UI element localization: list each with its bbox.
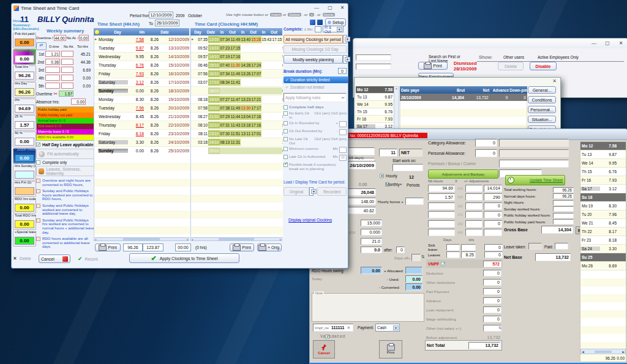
leaves-sickness-button[interactable]: Leaves, Sickness, Maternity bbox=[36, 166, 94, 176]
transfer-icon[interactable]: ⇄ bbox=[36, 42, 47, 50]
rule-value-box[interactable] bbox=[339, 121, 347, 127]
conversion-option[interactable]: Overtime and night hours are converted t… bbox=[36, 179, 94, 187]
card-row[interactable]: + 07:35 12/10 07:3411:4913:4015:2815:431… bbox=[191, 35, 283, 44]
hours-field[interactable]: 94.69 bbox=[428, 185, 455, 192]
apply-rules-field[interactable]: Apply following rules ✂ bbox=[283, 93, 347, 102]
sheet-row[interactable]: + Monday 7.58 8.26 12/10/2009 bbox=[94, 35, 190, 44]
clocking-cell[interactable]: 13:04 bbox=[241, 113, 251, 120]
card-row[interactable]: 03:18 24/10 08:1311:31 3.30 bbox=[191, 138, 283, 147]
clocking-cell[interactable]: 11:41 bbox=[230, 79, 241, 86]
deduction-row[interactable]: Wage withholding 0 bbox=[426, 314, 501, 324]
noatt-field[interactable] bbox=[61, 59, 73, 65]
clocking-cell[interactable]: 13:18 bbox=[241, 122, 251, 128]
clocking-cell[interactable] bbox=[272, 87, 282, 94]
clocking-cell[interactable]: 17:21 bbox=[251, 96, 261, 103]
clocking-cell[interactable]: 13:30 bbox=[241, 105, 251, 111]
modify-dropdown-arrow[interactable] bbox=[343, 55, 347, 64]
option-checkbox[interactable] bbox=[36, 189, 40, 193]
clocking-cell[interactable] bbox=[241, 139, 251, 146]
start-work-field[interactable] bbox=[392, 164, 423, 171]
clocking-cell[interactable] bbox=[261, 45, 272, 51]
clocking-cell[interactable] bbox=[220, 147, 230, 154]
clocking-cell[interactable] bbox=[272, 53, 282, 60]
day-row[interactable]: Mo 26 6.69 bbox=[580, 262, 626, 270]
sheet-row[interactable]: Wednesday 8.45 8.26 21/10/2009 bbox=[94, 113, 190, 121]
day-row[interactable]: Tu 13 9.87 bbox=[356, 94, 394, 101]
day-hours[interactable]: 0.00 bbox=[128, 149, 144, 153]
col-net[interactable]: Net bbox=[465, 88, 489, 92]
col-down-pm[interactable]: Down-pm bbox=[509, 88, 527, 92]
sheet-row[interactable]: Tuesday 7.96 8.26 20/10/2009 bbox=[94, 104, 190, 113]
category-allowance-desc[interactable] bbox=[499, 139, 569, 147]
deduction-row[interactable]: Advance 0 bbox=[426, 296, 501, 305]
card-row[interactable]: 06:46 15/10 07:4011:3014:2817:24 6.76 bbox=[191, 61, 283, 70]
close-icon[interactable]: ✕ bbox=[338, 5, 347, 10]
scrollbar[interactable]: ▲ bbox=[394, 86, 399, 135]
maximize-icon[interactable]: ▢ bbox=[603, 40, 612, 46]
nb-hours-row[interactable]: 400 bbox=[428, 229, 503, 237]
clocking-cell[interactable] bbox=[251, 147, 261, 154]
day-row[interactable]: Th 22 8.17 bbox=[580, 228, 626, 236]
clocking-cell[interactable] bbox=[261, 113, 272, 120]
orig-button[interactable]: + Orig. bbox=[257, 243, 282, 251]
clocking-cell[interactable] bbox=[261, 96, 272, 103]
clocking-cell[interactable]: 17:16 bbox=[230, 53, 241, 60]
clocking-cell[interactable] bbox=[241, 147, 251, 154]
deduction-row[interactable]: Other deductions 0 bbox=[426, 278, 501, 287]
adjust-input[interactable] bbox=[465, 185, 482, 192]
employee-field-2[interactable] bbox=[356, 64, 391, 70]
card-row[interactable]: 25/10 0.00 bbox=[191, 147, 283, 155]
clocking-cell[interactable]: 17:24 bbox=[251, 62, 261, 69]
clocking-cell[interactable]: 11:47 bbox=[230, 96, 241, 103]
rule-checkbox[interactable] bbox=[283, 121, 288, 125]
clocking-cell[interactable] bbox=[261, 122, 272, 128]
noatt-field[interactable] bbox=[61, 67, 73, 73]
timesheet-titlebar[interactable]: Time Sheet and Time Card bbox=[12, 4, 348, 13]
deduction-row[interactable]: Part Payment 0 bbox=[426, 287, 501, 296]
clocking-cell[interactable] bbox=[230, 87, 241, 94]
original-button[interactable]: Original bbox=[283, 187, 309, 196]
card-row[interactable]: 08:27 21/10 07:2911:4413:0417:16 8.45 bbox=[191, 113, 283, 121]
clocking-cell[interactable] bbox=[251, 53, 261, 60]
day-hours[interactable]: 8.30 bbox=[128, 97, 144, 102]
otime-field[interactable]: 0.36 bbox=[45, 59, 60, 65]
clocking-cell[interactable] bbox=[230, 147, 241, 154]
rule-row[interactable]: Late Ck In Authorized Mn 00 bbox=[283, 155, 347, 161]
clocking-cell[interactable] bbox=[272, 96, 282, 103]
otime-field[interactable] bbox=[45, 83, 60, 89]
clocking-cell[interactable] bbox=[272, 139, 282, 146]
delete-row[interactable]: ✕Delete bbox=[13, 256, 31, 261]
clocking-cell[interactable]: 11:43 bbox=[230, 122, 241, 128]
field-0000[interactable]: 0.000 bbox=[361, 229, 382, 236]
clocking-cell[interactable]: 11:30 bbox=[230, 62, 241, 69]
card-row[interactable]: 07:58 20/10 07:3811:4913:3017:17 7.96 bbox=[191, 104, 283, 113]
rule-row[interactable]: Minimum overrun Mn bbox=[283, 147, 347, 153]
rule-checkbox[interactable] bbox=[283, 155, 288, 159]
day-hours[interactable]: 6.76 bbox=[128, 63, 144, 67]
pay-grid-header[interactable]: Date paye Brut Net Advance Down-pm bbox=[400, 86, 527, 94]
clocking-cell[interactable]: 11:31 bbox=[230, 139, 241, 146]
field-15000[interactable]: 15.000 bbox=[361, 220, 382, 226]
sheet-row[interactable]: Monday 8.30 8.26 19/10/2009 bbox=[94, 95, 190, 104]
day-row[interactable]: Fr 16 7.93 bbox=[356, 116, 394, 123]
day-row[interactable]: Sa 17 3.12 bbox=[580, 185, 626, 193]
day-hours[interactable]: 7.93 bbox=[128, 72, 144, 76]
clocking-cell[interactable] bbox=[272, 147, 282, 154]
deduction-row[interactable]: Other (not salary +/-) bbox=[426, 324, 501, 333]
clocking-cell[interactable] bbox=[272, 122, 282, 128]
period-to-field[interactable]: 26/10/2009 bbox=[155, 20, 179, 26]
missing-clockings-button[interactable]: All missing Clockings for period bbox=[283, 35, 343, 43]
sick-hrs-field[interactable] bbox=[461, 244, 476, 251]
overtime2-field[interactable]: 1.57 bbox=[59, 91, 73, 97]
employee-titlebar[interactable]: — ▢ ✕ bbox=[353, 39, 627, 48]
clocking-cell[interactable]: 13:40 bbox=[241, 36, 251, 43]
day-hours[interactable]: 8.45 bbox=[128, 114, 144, 119]
clocking-cell[interactable]: 07:34 bbox=[220, 70, 230, 77]
missing-half-day-button[interactable]: Missing Clockings 1/2 Day bbox=[283, 45, 347, 53]
clocking-cell[interactable] bbox=[261, 147, 272, 154]
clocking-cell[interactable] bbox=[272, 105, 282, 111]
spinner-arrows-icon[interactable]: ⇅ bbox=[421, 254, 425, 259]
side-button[interactable]: General... bbox=[528, 86, 556, 94]
clocking-cell[interactable]: 08:34 bbox=[220, 79, 230, 86]
noatt-field[interactable] bbox=[61, 75, 73, 81]
